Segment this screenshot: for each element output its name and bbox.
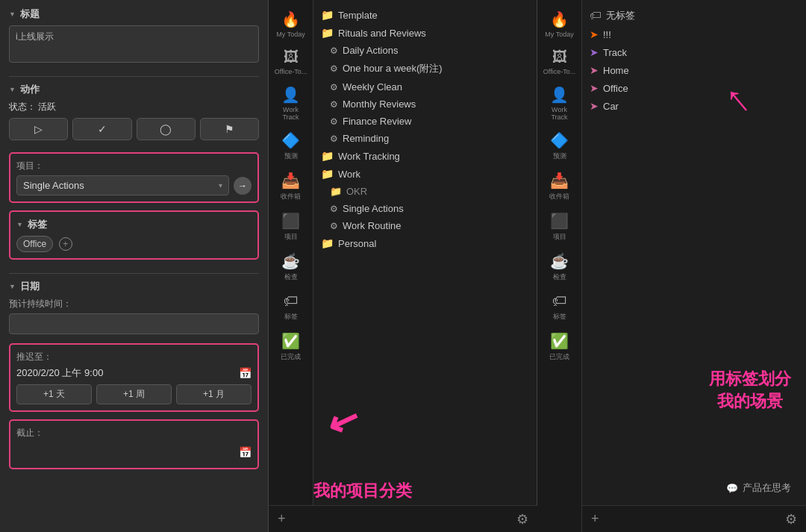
right-forecast-icon: 🔷	[550, 131, 569, 149]
sidebar-label-tags: 标签	[284, 312, 298, 322]
project-dropdown[interactable]: Single Actions ▾	[16, 175, 229, 195]
project-label: 项目：	[16, 160, 252, 172]
tree-item-worktracking[interactable]: 📁 Work Tracking	[313, 147, 537, 165]
project-nav-button[interactable]: →	[234, 177, 252, 195]
sidebar-item-inbox[interactable]: 📥 收件箱	[272, 167, 310, 206]
tree-item-onehourawek[interactable]: ⚙︎ One hour a week(附注)	[313, 59, 537, 78]
status-value: 活跃	[38, 101, 56, 112]
tree-item-singleactions[interactable]: ⚙︎ Single Actions	[313, 200, 537, 217]
sidebar-item-work-track[interactable]: 👤 Work Track	[272, 81, 310, 125]
flag-button[interactable]: ⚑	[200, 118, 259, 140]
sidebar-item-review[interactable]: ☕ 检查	[272, 248, 310, 287]
sidebar-label-review: 检查	[284, 272, 298, 282]
right-sidebar-item-forecast[interactable]: 🔷 预测	[540, 127, 579, 166]
office-icon: 🖼	[284, 48, 299, 66]
left-panel: ▼ 标题 i上线展示 ▼ 动作 状态： 活跃 ▷ ✓ ◯ ⚑ 项目： Singl…	[0, 0, 269, 532]
right-review-icon: ☕	[550, 252, 569, 270]
settings-button[interactable]: ⚙	[516, 511, 528, 528]
right-tree-label-notag: 无标签	[606, 9, 635, 22]
defer-value-row: 2020/2/20 上午 9:00 📅	[16, 366, 252, 380]
right-sidebar-item-office[interactable]: 🖼 Office-To...	[540, 44, 579, 80]
tree-item-personal[interactable]: 📁 Personal	[313, 234, 537, 252]
right-sidebar-item-work-track[interactable]: 👤 Work Track	[540, 81, 579, 125]
right-office-icon: 🖼	[552, 48, 567, 66]
tag-chip-office[interactable]: Office	[16, 236, 53, 252]
sidebar-item-my-today[interactable]: 🔥 My Today	[272, 6, 310, 43]
tree-item-template[interactable]: 📁 Template	[313, 6, 537, 24]
action-buttons: ▷ ✓ ◯ ⚑	[9, 118, 259, 140]
project-value: Single Actions	[23, 180, 84, 191]
forecast-icon: 🔷	[281, 131, 300, 149]
right-sidebar-item-projects[interactable]: ⬛ 项目	[540, 207, 579, 246]
tree-item-financereview[interactable]: ⚙︎ Finance Review	[313, 113, 537, 130]
sidebar-label-completed: 已完成	[281, 352, 301, 362]
tree-item-rituals[interactable]: 📁 Rituals and Reviews	[313, 24, 537, 42]
right-person-icon: 👤	[550, 86, 569, 104]
fire-icon: 🔥	[281, 10, 300, 28]
check-button[interactable]: ✓	[72, 118, 131, 140]
plus1day-button[interactable]: +1 天	[16, 384, 92, 404]
deadline-calendar-icon[interactable]: 📅	[239, 446, 252, 458]
tree-item-work[interactable]: 📁 Work	[313, 165, 537, 183]
tag-pink-icon-home: ➤	[590, 64, 599, 76]
tag-chips-row: Office +	[16, 236, 252, 252]
defer-label: 推迟至：	[16, 351, 252, 363]
tree-item-workroutine[interactable]: ⚙︎ Work Routine	[313, 217, 537, 234]
sidebar-item-projects[interactable]: ⬛ 项目	[272, 207, 310, 246]
right-tree-item-home[interactable]: ➤ Home	[582, 61, 806, 79]
right-sidebar-label-projects: 项目	[553, 232, 566, 242]
dropdown-arrow-icon: ▾	[219, 181, 222, 190]
sidebar-item-completed[interactable]: ✅ 已完成	[272, 328, 310, 366]
circle-button[interactable]: ◯	[137, 118, 196, 140]
tree-label-single: Single Actions	[343, 203, 404, 214]
tag-section-header: ▼ 标签	[16, 218, 252, 231]
tags-icon: 🏷	[284, 292, 299, 310]
right-sidebar-label-review: 检查	[553, 272, 566, 282]
duration-input[interactable]	[9, 313, 259, 334]
sidebar-item-office[interactable]: 🖼 Office-To...	[272, 44, 310, 80]
action-section-label: 动作	[20, 83, 40, 96]
calendar-icon[interactable]: 📅	[239, 367, 252, 379]
defer-section: 推迟至： 2020/2/20 上午 9:00 📅 +1 天 +1 周 +1 月	[9, 343, 259, 412]
plus1week-button[interactable]: +1 周	[96, 384, 172, 404]
right-settings-button[interactable]: ⚙	[785, 511, 797, 528]
right-add-button[interactable]: +	[591, 511, 599, 527]
middle-sidebar: 🔥 My Today 🖼 Office-To... 👤 Work Track 🔷…	[269, 0, 313, 532]
right-tree-item-exclamation[interactable]: ➤ !!!	[582, 25, 806, 43]
right-sidebar-item-inbox[interactable]: 📥 收件箱	[540, 167, 579, 206]
tree-item-daily[interactable]: ⚙︎ Daily Actions	[313, 42, 537, 59]
folder-gray-icon-okr: 📁	[330, 186, 342, 197]
dots-icon-daily: ⚙︎	[330, 46, 338, 56]
plus1month-button[interactable]: +1 月	[176, 384, 252, 404]
tree-item-reminding[interactable]: ⚙︎ Reminding	[313, 130, 537, 147]
date-section: ▼ 日期 预计持续时间：	[9, 280, 259, 339]
right-tree-item-office[interactable]: ➤ Office	[582, 79, 806, 97]
tree-item-monthlyreviews[interactable]: ⚙︎ Monthly Reviews	[313, 96, 537, 113]
right-sidebar-item-tags[interactable]: 🏷 标签	[540, 288, 579, 326]
right-tree-item-car[interactable]: ➤ Car	[582, 97, 806, 115]
sidebar-label-work-track: Work Track	[275, 106, 307, 121]
play-button[interactable]: ▷	[9, 118, 68, 140]
tree-label-weekly: Weekly Clean	[343, 81, 402, 93]
tree-item-okr[interactable]: 📁 OKR	[313, 183, 537, 200]
right-sidebar-item-my-today[interactable]: 🔥 My Today	[540, 6, 579, 43]
right-inbox-icon: 📥	[550, 172, 569, 190]
right-sidebar-label-my-today: My Today	[545, 31, 573, 38]
tree-label-work: Work	[338, 169, 360, 180]
right-sidebar-label-work-track: Work Track	[543, 106, 576, 121]
right-tree-label-car: Car	[603, 101, 619, 112]
add-project-button[interactable]: +	[278, 511, 286, 527]
right-projects-icon: ⬛	[550, 212, 569, 230]
right-sidebar-item-review[interactable]: ☕ 检查	[540, 248, 579, 287]
title-box[interactable]: i上线展示	[9, 25, 259, 63]
tree-label-finance: Finance Review	[343, 116, 412, 127]
right-sidebar-item-completed[interactable]: ✅ 已完成	[540, 328, 579, 366]
add-tag-button[interactable]: +	[59, 237, 72, 251]
right-tree-item-notag[interactable]: 🏷 无标签	[582, 6, 806, 25]
dots-icon-monthly: ⚙︎	[330, 99, 338, 110]
tree-item-weeklyclean[interactable]: ⚙︎ Weekly Clean	[313, 78, 537, 96]
right-tree-item-track[interactable]: ➤ Track	[582, 43, 806, 61]
right-tree-label-office: Office	[603, 83, 628, 94]
sidebar-item-forecast[interactable]: 🔷 预测	[272, 127, 310, 166]
sidebar-item-tags[interactable]: 🏷 标签	[272, 288, 310, 326]
